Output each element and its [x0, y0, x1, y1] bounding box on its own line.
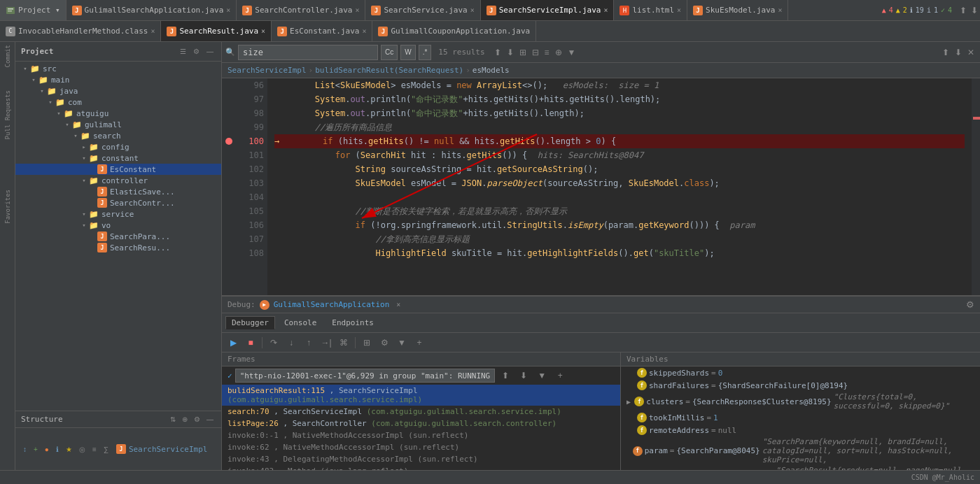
close-icon[interactable]: × [362, 27, 366, 35]
var-clusters[interactable]: ▶ f clusters = {SearchResponse$Clusters@… [621, 392, 980, 411]
struct-btn-5[interactable]: ★ [64, 444, 74, 455]
tab-invocable-handler[interactable]: C InvocableHandlerMethod.class × [0, 21, 161, 41]
tree-item-vo[interactable]: ▾ 📁 vo [15, 220, 221, 231]
close-icon[interactable]: × [226, 6, 230, 14]
git-icon[interactable]: Commit [4, 45, 11, 68]
evaluate-button[interactable]: ⌘ [336, 335, 351, 350]
prev-result-button[interactable]: ⬆ [492, 46, 503, 59]
search-option-2[interactable]: ⊟ [530, 46, 541, 59]
frame-item-3[interactable]: invoke:0:-1 , NativeMethodAccessorImpl (… [222, 429, 620, 441]
search-input[interactable] [238, 45, 378, 60]
tab-search-service-impl[interactable]: J SearchServiceImpl.java × [481, 0, 615, 20]
close-icon[interactable]: × [603, 6, 608, 14]
search-option-3[interactable]: ≡ [542, 46, 552, 59]
struct-btn-6[interactable]: ◎ [77, 444, 88, 455]
var-result[interactable]: f result = {SearchResult@8...6} "SearchR… [621, 465, 980, 470]
stop-button[interactable]: ■ [243, 335, 258, 350]
var-shard-failures[interactable]: f shardFailures = {ShardSearchFailure[0]… [621, 379, 980, 392]
frame-item-0[interactable]: bulidSearchResult:115 , SearchServiceImp… [222, 385, 620, 406]
tree-item-main[interactable]: ▾ 📁 main [15, 74, 221, 85]
tab-sku-es-model[interactable]: J SkuEsModel.java × [687, 0, 788, 20]
breadcrumb-part1[interactable]: SearchServiceImpl [227, 66, 307, 75]
struct-btn-3[interactable]: ● [43, 444, 51, 455]
next-result-button[interactable]: ⬇ [505, 46, 516, 59]
tree-item-search[interactable]: ▾ 📁 search [15, 130, 221, 141]
frame-item-4[interactable]: invoke:62 , NativeMethodAccessorImpl (su… [222, 441, 620, 453]
var-param[interactable]: f param = {SearchParam@8045} "SearchPara… [621, 436, 980, 465]
minus-button[interactable]: — [204, 46, 216, 57]
struct-btn-8[interactable]: ∑ [102, 444, 111, 455]
tab-search-service[interactable]: J SearchService.java × [365, 0, 480, 20]
add-button[interactable]: + [412, 335, 427, 350]
tree-item-searchresult[interactable]: J SearchResu... [15, 242, 221, 253]
frame-item-5[interactable]: invoke:43 , DelegatingMethodAccessorImpl… [222, 453, 620, 465]
settings-button[interactable]: ⚙ [191, 46, 202, 57]
collapse-all-button[interactable]: ☰ [178, 46, 188, 57]
thread-down-button[interactable]: ⬇ [516, 368, 531, 383]
debug-tab-endpoints[interactable]: Endpoints [326, 316, 380, 329]
thread-filter-button[interactable]: ▼ [534, 368, 550, 383]
resume-button[interactable]: ▶ [225, 335, 241, 350]
step-out-button[interactable]: ↑ [301, 335, 316, 350]
close-icon[interactable]: × [261, 27, 265, 35]
tab-gulimall-coupon[interactable]: J GulimallCouponApplication.java [372, 21, 536, 41]
search-option-4[interactable]: ⊕ [553, 46, 564, 59]
debug-tab-console[interactable]: Console [278, 316, 323, 329]
tree-item-controller[interactable]: ▾ 📁 controller [15, 175, 221, 186]
frame-item-1[interactable]: search:70 , SearchServiceImpl (com.atgui… [222, 406, 620, 418]
var-skipped-shards[interactable]: f skippedShards = 0 [621, 366, 980, 379]
breadcrumb-part3[interactable]: esModels [472, 66, 510, 75]
struct-class-item[interactable]: J SearchServiceImpl [116, 444, 208, 454]
tree-item-service[interactable]: ▾ 📁 service [15, 208, 221, 220]
project-dropdown[interactable]: Project ▾ [0, 0, 66, 20]
scroll-up-button[interactable]: ⬆ [940, 46, 951, 59]
thread-up-button[interactable]: ⬆ [498, 368, 513, 383]
sort-button[interactable]: ⇅ [168, 414, 178, 425]
frame-item-6[interactable]: invoke:483 , Method (java.lang.reflect) [222, 465, 620, 470]
tab-search-result[interactable]: J SearchResult.java × [161, 21, 272, 41]
thread-add-button[interactable]: + [552, 368, 568, 383]
filter-button[interactable]: ⊕ [180, 414, 190, 425]
tree-item-elasticsave[interactable]: J ElasticSave... [15, 186, 221, 197]
close-icon[interactable]: × [470, 6, 475, 14]
step-over-button[interactable]: ↷ [266, 335, 281, 350]
settings-btn[interactable]: ⚙ [192, 414, 202, 425]
collapse-button[interactable]: ⬇ [969, 4, 980, 17]
debug-settings-button[interactable]: ⚙ [966, 299, 974, 310]
close-icon[interactable]: × [355, 6, 359, 14]
tree-item-config[interactable]: ▸ 📁 config [15, 141, 221, 152]
thread-dropdown[interactable]: "http-nio-12001-exec-1"@6,929 in group "… [235, 369, 496, 383]
filter-button[interactable]: ▼ [394, 335, 410, 350]
tree-item-atguigu[interactable]: ▾ 📁 atguigu [15, 108, 221, 119]
breadcrumb-part2[interactable]: bulidSearchResult(SearchRequest) [315, 66, 463, 75]
tab-list-html[interactable]: H list.html × [614, 0, 687, 20]
frame-item-2[interactable]: listPage:26 , SearchController (com.atgu… [222, 418, 620, 429]
match-case-button[interactable]: Cc [381, 45, 398, 60]
tree-item-constant[interactable]: ▾ 📁 constant [15, 152, 221, 164]
run-to-cursor-button[interactable]: →| [318, 335, 334, 350]
debug-close-icon[interactable]: × [396, 301, 400, 308]
close-icon[interactable]: × [150, 27, 155, 35]
scroll-down-button[interactable]: ⬇ [953, 46, 964, 59]
tab-es-constant[interactable]: J EsConstant.java × [272, 21, 372, 41]
tree-item-com[interactable]: ▾ 📁 com [15, 97, 221, 108]
step-into-button[interactable]: ↓ [284, 335, 299, 350]
tree-item-gulimall[interactable]: ▾ 📁 gulimall [15, 119, 221, 130]
close-icon[interactable]: × [677, 6, 681, 14]
tree-item-src[interactable]: ▾ 📁 src [15, 63, 221, 74]
tree-item-searchparam[interactable]: J SearchPara... [15, 231, 221, 242]
struct-btn-2[interactable]: + [31, 444, 40, 455]
debug-app-name[interactable]: GulimallSearchApplication [274, 300, 390, 309]
search-option-1[interactable]: ⊞ [517, 46, 528, 59]
settings2-button[interactable]: ⚙ [377, 335, 392, 350]
tab-gulimall-search-app[interactable]: J GulimallSearchApplication.java × [66, 0, 237, 20]
var-took-millis[interactable]: f tookInMillis = 1 [621, 411, 980, 424]
tree-item-esconstant[interactable]: J EsConstant [15, 164, 221, 175]
gutter-100[interactable] [222, 134, 236, 148]
expand-icon[interactable]: ▶ [626, 398, 632, 406]
close-icon[interactable]: × [778, 6, 782, 14]
favorites-icon[interactable]: Favorites [4, 190, 11, 224]
expand-button[interactable]: ⬆ [958, 4, 969, 17]
tab-search-controller[interactable]: J SearchController.java × [237, 0, 365, 20]
minus-btn[interactable]: — [204, 414, 216, 425]
